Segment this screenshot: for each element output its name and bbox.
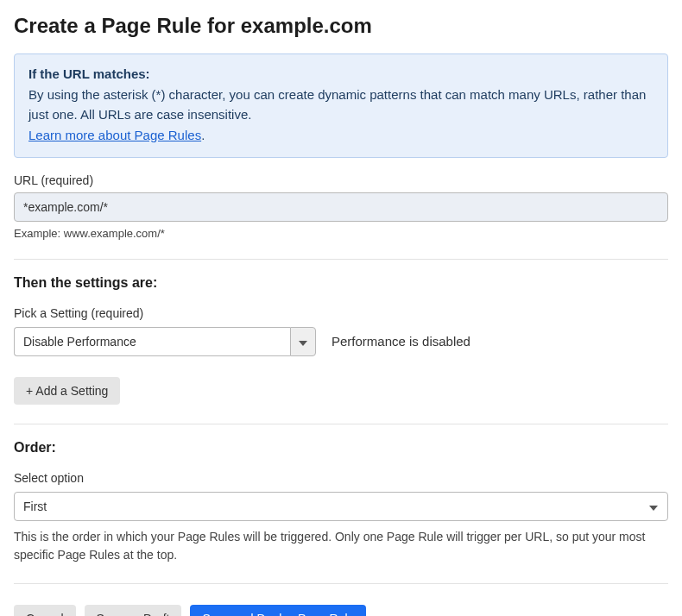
url-input[interactable] [14,192,668,222]
url-example-text: Example: www.example.com/* [14,227,668,240]
divider [14,424,668,424]
action-bar: Cancel Save as Draft Save and Deploy Pag… [14,605,668,616]
page-title: Create a Page Rule for example.com [14,14,668,38]
url-label: URL (required) [14,173,668,187]
info-body: By using the asterisk (*) character, you… [28,85,654,145]
setting-select-wrap: Disable Performance [14,327,316,356]
cancel-button[interactable]: Cancel [14,605,76,616]
pick-setting-label: Pick a Setting (required) [14,306,668,320]
add-setting-button[interactable]: + Add a Setting [14,377,120,405]
save-draft-button[interactable]: Save as Draft [85,605,182,616]
learn-more-link[interactable]: Learn more about Page Rules [28,128,201,142]
order-select-wrap: First [14,492,668,521]
divider [14,259,668,260]
chevron-down-icon [299,335,307,349]
info-heading: If the URL matches: [28,66,654,81]
divider [14,583,668,584]
setting-select[interactable]: Disable Performance [14,327,290,356]
info-body-text: By using the asterisk (*) character, you… [28,87,646,122]
info-box: If the URL matches: By using the asteris… [14,53,668,158]
order-help-text: This is the order in which your Page Rul… [14,528,668,564]
setting-select-arrow[interactable] [290,327,316,356]
order-select[interactable]: First [14,492,668,521]
info-period: . [201,128,205,142]
order-heading: Order: [14,440,668,456]
save-deploy-button[interactable]: Save and Deploy Page Rule [190,605,366,616]
setting-description: Performance is disabled [332,334,470,349]
settings-heading: Then the settings are: [14,275,668,291]
order-select-label: Select option [14,471,668,485]
url-field-group: URL (required) Example: www.example.com/… [14,173,668,240]
settings-row: Disable Performance Performance is disab… [14,327,668,356]
